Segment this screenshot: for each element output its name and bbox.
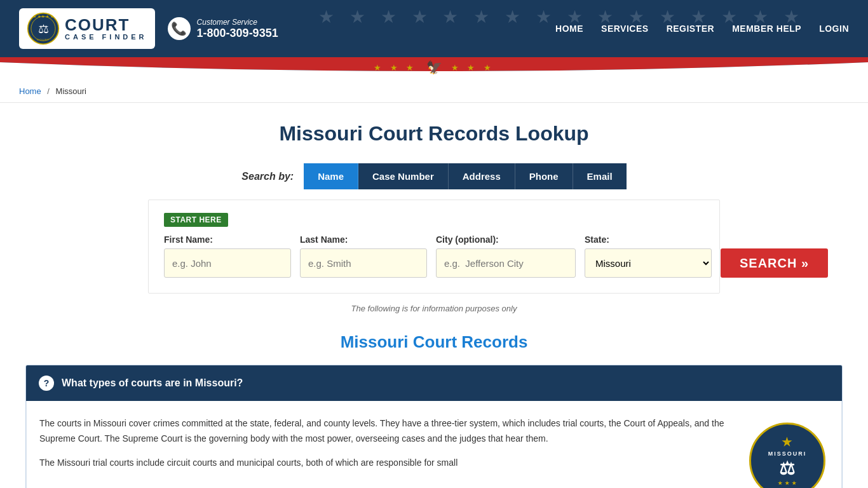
cs-phone: 1-800-309-9351 <box>197 27 278 40</box>
banner-stars-left: ★ ★ ★ <box>374 63 417 72</box>
tab-case-number-button[interactable]: Case Number <box>358 163 449 189</box>
section-title: Missouri Court Records <box>25 332 843 352</box>
customer-service: 📞 Customer Service 1-800-309-9351 <box>168 17 278 40</box>
faq-header[interactable]: ? What types of courts are in Missouri? <box>26 365 842 401</box>
arch-banner: ★ ★ ★ 🦅 ★ ★ ★ <box>0 57 868 80</box>
cs-label: Customer Service <box>197 18 278 27</box>
banner-eagle-icon: 🦅 <box>426 60 442 75</box>
search-form: START HERE First Name: Last Name: City (… <box>148 200 720 294</box>
state-field-group: State: Missouri Alabama Alaska Arizona A… <box>585 234 712 278</box>
faq-item: ? What types of courts are in Missouri? … <box>25 365 843 488</box>
tab-phone-button[interactable]: Phone <box>515 163 573 189</box>
nav-member-help[interactable]: MEMBER HELP <box>732 24 801 34</box>
missouri-seal: ★ MISSOURI ⚖ ★ ★ ★ <box>749 423 825 488</box>
nav-login[interactable]: LOGIN <box>819 24 849 34</box>
city-input[interactable] <box>436 248 576 278</box>
logo-emblem-icon: ★ ★ ★ ★ ★ ⚖ COURT <box>27 12 60 45</box>
tab-address-button[interactable]: Address <box>449 163 515 189</box>
phone-icon: 📞 <box>168 17 191 40</box>
breadcrumb-separator: / <box>47 86 50 96</box>
last-name-label: Last Name: <box>300 234 427 245</box>
info-note: The following is for information purpose… <box>25 304 843 313</box>
svg-text:COURT: COURT <box>37 38 50 41</box>
logo-court-text: COURT <box>65 17 130 33</box>
search-by-row: Search by: Name Case Number Address Phon… <box>25 163 843 189</box>
faq-answer-p1: The courts in Missouri cover crimes comm… <box>39 416 733 447</box>
seal-star-icon: ★ <box>782 435 792 449</box>
logo[interactable]: ★ ★ ★ ★ ★ ⚖ COURT COURT CASE FINDER <box>19 8 155 49</box>
city-label: City (optional): <box>436 234 576 245</box>
svg-text:⚖: ⚖ <box>38 22 49 36</box>
page-title: Missouri Court Records Lookup <box>25 122 843 146</box>
site-header: ★ ★ ★ ★ ★ ⚖ COURT COURT CASE FINDER 📞 Cu… <box>0 0 868 57</box>
faq-question: What types of courts are in Missouri? <box>62 377 243 389</box>
tab-name-button[interactable]: Name <box>304 163 358 189</box>
nav-home[interactable]: HOME <box>555 24 583 34</box>
nav-services[interactable]: SERVICES <box>601 24 649 34</box>
main-nav: HOME SERVICES REGISTER MEMBER HELP LOGIN <box>555 24 849 34</box>
first-name-field-group: First Name: <box>164 234 291 278</box>
seal-scales-icon: ⚖ <box>779 458 796 479</box>
breadcrumb-current: Missouri <box>56 86 86 96</box>
faq-body: The courts in Missouri cover crimes comm… <box>26 401 842 488</box>
start-here-badge: START HERE <box>164 213 228 227</box>
first-name-label: First Name: <box>164 234 291 245</box>
state-select[interactable]: Missouri Alabama Alaska Arizona Arkansas… <box>585 248 712 278</box>
faq-question-icon: ? <box>39 376 54 391</box>
faq-text: The courts in Missouri cover crimes comm… <box>39 416 733 488</box>
breadcrumb-home-link[interactable]: Home <box>19 86 41 96</box>
svg-text:★ ★ ★ ★ ★: ★ ★ ★ ★ ★ <box>33 15 53 18</box>
faq-answer-p2: The Missouri trial courts include circui… <box>39 456 733 471</box>
search-button[interactable]: SEARCH » <box>721 248 828 278</box>
banner-stars-right: ★ ★ ★ <box>451 63 494 72</box>
faq-emblem: ★ MISSOURI ⚖ ★ ★ ★ <box>746 416 829 488</box>
state-label: State: <box>585 234 712 245</box>
first-name-input[interactable] <box>164 248 291 278</box>
tab-email-button[interactable]: Email <box>573 163 627 189</box>
search-by-label: Search by: <box>241 171 294 182</box>
seal-bottom-text: ★ ★ ★ <box>778 480 797 486</box>
last-name-input[interactable] <box>300 248 427 278</box>
last-name-field-group: Last Name: <box>300 234 427 278</box>
seal-text: MISSOURI <box>768 451 807 457</box>
city-field-group: City (optional): <box>436 234 576 278</box>
form-fields: First Name: Last Name: City (optional): … <box>164 234 704 278</box>
breadcrumb: Home / Missouri <box>0 80 868 103</box>
main-content: Missouri Court Records Lookup Search by:… <box>0 103 868 488</box>
logo-case-finder-text: CASE FINDER <box>65 33 147 41</box>
nav-register[interactable]: REGISTER <box>667 24 715 34</box>
